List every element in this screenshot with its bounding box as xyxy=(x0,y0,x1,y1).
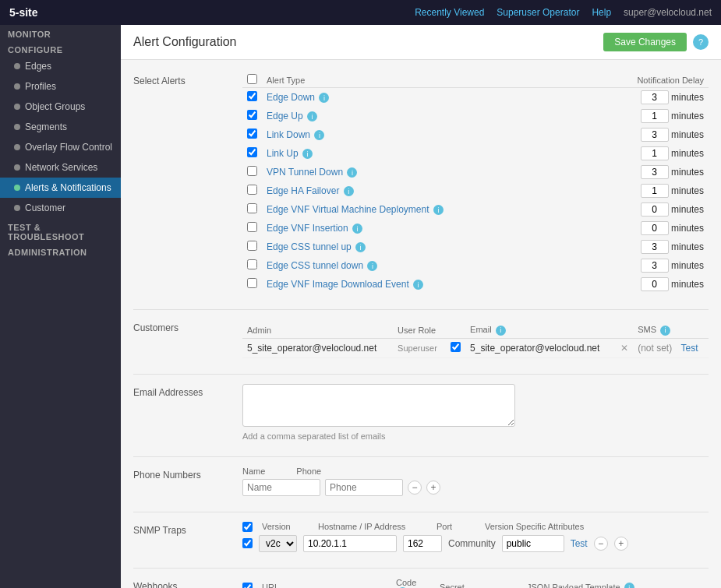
alert-link-5[interactable]: Edge HA Failover xyxy=(267,185,339,196)
user-role-col-header: User Role xyxy=(393,322,446,338)
alert-delay-input-10[interactable] xyxy=(641,277,669,291)
snmp-version-select[interactable]: v2c xyxy=(259,535,297,552)
alert-delay-input-9[interactable] xyxy=(641,259,669,273)
alert-link-9[interactable]: Edge CSS tunnel down xyxy=(267,260,363,271)
alert-checkbox-2[interactable] xyxy=(247,129,257,139)
alert-delay-input-6[interactable] xyxy=(641,202,669,217)
alert-type-col-header: Alert Type xyxy=(262,72,579,88)
sidebar-item-alerts-notifications[interactable]: Alerts & Notifications xyxy=(0,178,121,198)
sidebar-item-overlay-flow-control[interactable]: Overlay Flow Control xyxy=(0,137,121,157)
phone-name-input[interactable] xyxy=(242,479,320,496)
save-changes-button[interactable]: Save Changes xyxy=(603,33,687,51)
sidebar-item-profiles[interactable]: Profiles xyxy=(0,76,121,97)
email-addresses-section: Email Addresses Add a comma separated li… xyxy=(133,384,709,441)
alert-info-icon-8[interactable]: i xyxy=(355,242,366,252)
recently-viewed-link[interactable]: Recently Viewed xyxy=(415,7,484,18)
alert-link-4[interactable]: VPN Tunnel Down xyxy=(267,167,343,178)
object-groups-dot-icon xyxy=(14,104,20,110)
alert-delay-input-8[interactable] xyxy=(641,240,669,254)
sidebar-item-object-groups[interactable]: Object Groups xyxy=(0,97,121,117)
alert-info-icon-9[interactable]: i xyxy=(367,261,377,271)
snmp-traps-body: Version Hostname / IP Address Port Versi… xyxy=(242,522,709,552)
alert-checkbox-4[interactable] xyxy=(247,166,257,176)
divider-4 xyxy=(133,512,709,512)
brand: 5-site xyxy=(9,6,38,19)
alerts-dot-icon xyxy=(14,185,20,191)
alert-info-icon-4[interactable]: i xyxy=(347,167,357,178)
phone-add-button[interactable]: + xyxy=(426,481,440,495)
webhooks-enabled-checkbox[interactable] xyxy=(242,583,253,588)
snmp-row-checkbox[interactable] xyxy=(242,538,253,548)
snmp-version-specific-label: Version Specific Attributes xyxy=(485,522,584,531)
snmp-port-label: Port xyxy=(436,522,475,531)
alert-info-icon-0[interactable]: i xyxy=(319,93,329,103)
snmp-hostname-input[interactable] xyxy=(303,535,397,552)
alert-checkbox-8[interactable] xyxy=(247,241,257,251)
minutes-label-9: minutes xyxy=(671,260,704,271)
customer-test-link[interactable]: Test xyxy=(681,343,698,354)
alert-delay-input-1[interactable] xyxy=(641,109,669,123)
alert-delay-input-7[interactable] xyxy=(641,221,669,235)
alert-info-icon-5[interactable]: i xyxy=(344,186,354,196)
alert-link-1[interactable]: Edge Up xyxy=(267,111,303,121)
alert-info-icon-3[interactable]: i xyxy=(302,149,313,159)
snmp-remove-button[interactable]: − xyxy=(594,537,608,551)
phone-row: − + xyxy=(242,479,709,496)
alert-info-icon-7[interactable]: i xyxy=(352,224,362,234)
alert-delay-input-5[interactable] xyxy=(641,184,669,198)
customer-email-remove-icon[interactable]: ✕ xyxy=(620,343,628,354)
alert-checkbox-0[interactable] xyxy=(247,91,257,101)
email-info-icon[interactable]: i xyxy=(496,326,506,336)
alert-delay-input-3[interactable] xyxy=(641,146,669,160)
alert-info-icon-1[interactable]: i xyxy=(307,111,317,121)
alert-checkbox-1[interactable] xyxy=(247,110,257,120)
divider-5 xyxy=(133,568,709,569)
select-all-checkbox[interactable] xyxy=(247,74,257,84)
alert-row: Edge VNF Virtual Machine Deployment i mi… xyxy=(242,200,709,219)
snmp-traps-section: SNMP Traps Version Hostname / IP Address… xyxy=(133,522,709,552)
snmp-enabled-checkbox[interactable] xyxy=(242,522,253,532)
sidebar-item-customer-label: Customer xyxy=(25,202,65,213)
customer-row: 5_site_operator@velocloud.net Superuser … xyxy=(242,338,709,357)
sidebar-item-segments[interactable]: Segments xyxy=(0,117,121,137)
alert-checkbox-10[interactable] xyxy=(247,278,257,288)
alert-info-icon-6[interactable]: i xyxy=(433,205,444,215)
alert-link-10[interactable]: Edge VNF Image Download Event xyxy=(267,279,409,290)
alert-link-0[interactable]: Edge Down xyxy=(267,92,315,103)
alert-info-icon-10[interactable]: i xyxy=(413,280,423,290)
superuser-operator-link[interactable]: Superuser Operator xyxy=(497,7,579,18)
alert-link-3[interactable]: Link Up xyxy=(267,148,299,159)
webhook-json-info-icon[interactable]: i xyxy=(624,583,634,588)
sms-info-icon[interactable]: i xyxy=(660,326,670,336)
email-addresses-textarea[interactable] xyxy=(242,384,515,427)
alert-delay-input-0[interactable] xyxy=(641,90,669,104)
sidebar-item-segments-label: Segments xyxy=(25,121,67,132)
customer-email-checkbox[interactable] xyxy=(451,342,461,352)
alert-link-2[interactable]: Link Down xyxy=(267,129,310,140)
help-icon[interactable]: ? xyxy=(693,34,709,50)
minutes-label-0: minutes xyxy=(671,92,704,103)
alert-checkbox-5[interactable] xyxy=(247,185,257,195)
minutes-label-7: minutes xyxy=(671,223,704,234)
alert-checkbox-7[interactable] xyxy=(247,222,257,232)
sidebar-item-network-services[interactable]: Network Services xyxy=(0,157,121,178)
help-link[interactable]: Help xyxy=(592,7,611,18)
phone-number-input[interactable] xyxy=(325,479,403,496)
sidebar-item-customer[interactable]: Customer xyxy=(0,198,121,218)
alert-info-icon-2[interactable]: i xyxy=(314,130,324,140)
snmp-community-input[interactable] xyxy=(502,535,564,552)
snmp-test-link[interactable]: Test xyxy=(571,538,588,549)
sidebar-item-edges[interactable]: Edges xyxy=(0,56,121,76)
alert-checkbox-3[interactable] xyxy=(247,147,257,157)
snmp-port-input[interactable] xyxy=(403,535,442,552)
alert-delay-input-4[interactable] xyxy=(641,165,669,179)
alert-link-8[interactable]: Edge CSS tunnel up xyxy=(267,241,352,252)
alert-checkbox-6[interactable] xyxy=(247,203,257,213)
main-content: Alert Configuration Save Changes ? Selec… xyxy=(121,25,721,588)
snmp-add-button[interactable]: + xyxy=(614,537,628,551)
alert-link-6[interactable]: Edge VNF Virtual Machine Deployment xyxy=(267,204,429,215)
alert-link-7[interactable]: Edge VNF Insertion xyxy=(267,223,348,234)
alert-checkbox-9[interactable] xyxy=(247,259,257,269)
alert-delay-input-2[interactable] xyxy=(641,128,669,142)
phone-remove-button[interactable]: − xyxy=(408,481,422,495)
